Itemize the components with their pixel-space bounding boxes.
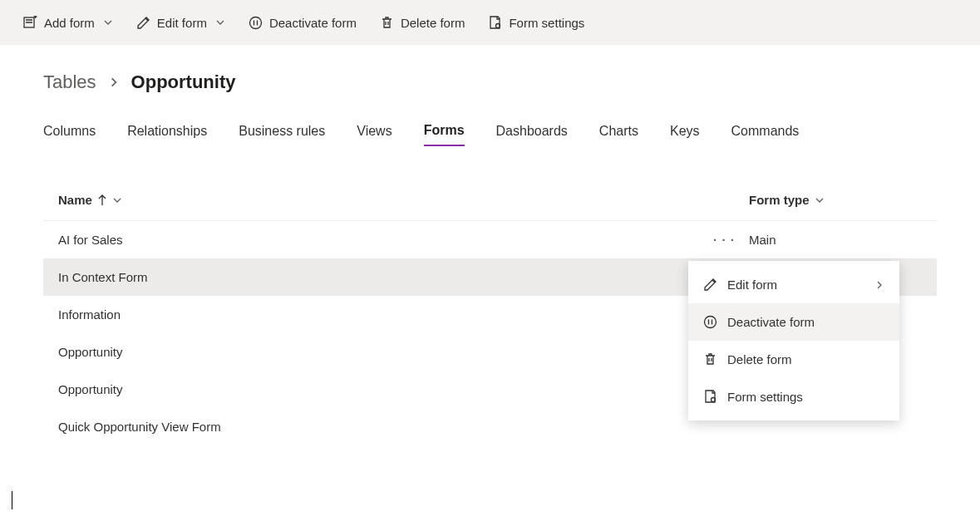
- pencil-icon: [703, 278, 717, 292]
- row-name: Opportunity: [57, 382, 699, 396]
- row-name: Quick Opportunity View Form: [57, 420, 699, 434]
- pencil-icon: [136, 16, 150, 30]
- row-name: In Context Form: [57, 270, 699, 284]
- row-name: Opportunity: [57, 345, 699, 359]
- ctx-deactivate-label: Deactivate form: [727, 315, 815, 329]
- tab-columns[interactable]: Columns: [43, 124, 96, 145]
- tab-dashboards[interactable]: Dashboards: [496, 124, 568, 145]
- tab-strip: Columns Relationships Business rules Vie…: [0, 93, 980, 146]
- column-header-form-type[interactable]: Form type: [749, 193, 923, 207]
- chevron-down-icon: [815, 195, 825, 205]
- tab-commands[interactable]: Commands: [731, 124, 800, 145]
- breadcrumb-current: Opportunity: [131, 71, 236, 93]
- ctx-delete-label: Delete form: [727, 352, 792, 366]
- table-row[interactable]: AI for Sales· · ·Main: [43, 221, 937, 258]
- trash-icon: [703, 352, 717, 366]
- svg-point-3: [705, 317, 717, 328]
- ctx-delete-form[interactable]: Delete form: [688, 341, 899, 378]
- form-settings-icon: [488, 16, 502, 30]
- chevron-down-icon: [215, 17, 225, 27]
- pause-circle-icon: [249, 16, 263, 30]
- row-name: AI for Sales: [57, 233, 699, 247]
- form-settings-icon: [703, 390, 717, 404]
- chevron-right-icon: [874, 280, 884, 290]
- command-bar: Add form Edit form Deactivate form Delet…: [0, 0, 980, 45]
- ctx-form-settings[interactable]: Form settings: [688, 378, 899, 415]
- breadcrumb: Tables Opportunity: [0, 45, 980, 93]
- row-form-type: Main: [749, 233, 923, 247]
- tab-business-rules[interactable]: Business rules: [239, 124, 325, 145]
- column-name-label: Name: [58, 193, 92, 207]
- ctx-edit-form[interactable]: Edit form: [688, 266, 899, 303]
- deactivate-form-label: Deactivate form: [269, 16, 357, 30]
- form-settings-button[interactable]: Form settings: [488, 16, 584, 30]
- tab-relationships[interactable]: Relationships: [127, 124, 207, 145]
- form-settings-label: Form settings: [509, 16, 584, 30]
- breadcrumb-tables[interactable]: Tables: [43, 71, 96, 93]
- column-header-name[interactable]: Name: [57, 193, 699, 207]
- edit-form-label: Edit form: [157, 16, 207, 30]
- row-name: Information: [57, 307, 699, 322]
- ctx-settings-label: Form settings: [727, 390, 803, 404]
- add-form-label: Add form: [44, 16, 95, 30]
- chevron-down-icon: [103, 17, 113, 27]
- tab-keys[interactable]: Keys: [670, 124, 700, 145]
- deactivate-form-button[interactable]: Deactivate form: [249, 16, 357, 30]
- delete-form-button[interactable]: Delete form: [380, 16, 465, 30]
- tab-views[interactable]: Views: [357, 124, 392, 145]
- ctx-deactivate-form[interactable]: Deactivate form: [688, 303, 899, 341]
- svg-point-1: [249, 17, 261, 28]
- tab-charts[interactable]: Charts: [599, 124, 638, 145]
- row-context-menu: Edit form Deactivate form Delete form Fo…: [688, 261, 899, 420]
- chevron-down-icon: [112, 195, 122, 205]
- add-form-button[interactable]: Add form: [23, 16, 113, 30]
- trash-icon: [380, 16, 394, 30]
- chevron-right-icon: [108, 71, 120, 93]
- ctx-edit-label: Edit form: [727, 278, 777, 292]
- delete-form-label: Delete form: [401, 16, 465, 30]
- add-form-icon: [23, 16, 37, 30]
- column-type-label: Form type: [749, 193, 810, 207]
- sort-asc-icon: [97, 194, 107, 206]
- forms-grid: Name Form type AI for Sales· · ·MainIn C…: [0, 146, 980, 445]
- edit-form-button[interactable]: Edit form: [136, 16, 225, 30]
- row-more-actions[interactable]: · · ·: [699, 233, 749, 247]
- grid-header: Name Form type: [43, 179, 937, 221]
- tab-forms[interactable]: Forms: [424, 123, 465, 146]
- pause-circle-icon: [703, 315, 717, 329]
